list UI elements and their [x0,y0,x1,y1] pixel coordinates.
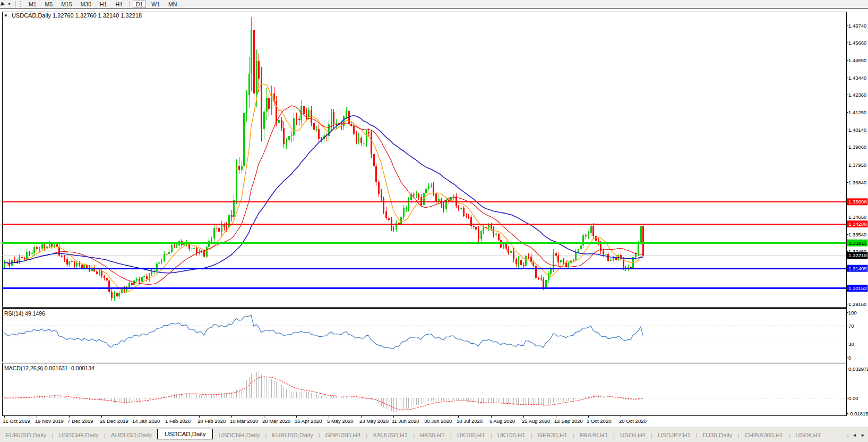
price-tick-label: 1.40140 [848,127,866,133]
date-label: 25 Aug 2020 [522,418,550,424]
macd-indicator-label: MACD(12,26,9) 0.001631 -0.000134 [4,365,94,371]
tab-usdcnh-daily[interactable]: USDCNH,Daily [213,432,265,438]
chart-title: ▼USDCAD,Daily 1.32760 1.32760 1.32140 1.… [4,12,142,19]
date-label: 6 Aug 2020 [489,418,515,424]
level-price-label-1.30152-text: 1.30152 [848,285,866,291]
date-label: 20 Oct 2020 [619,418,647,424]
price-tick-label: 1.44550 [848,57,866,63]
date-label: 7 Dec 2019 [67,418,93,424]
price-tick-label: 1.34650 [848,214,866,220]
date-label: 23 May 2020 [359,418,389,424]
tab-usdchf-daily[interactable]: USDCHF,Daily [53,432,104,438]
date-label: 1 Oct 2020 [587,418,611,424]
chart-title-text: USDCAD,Daily 1.32760 1.32760 1.32140 1.3… [12,12,142,19]
rsi-indicator-label: RSI(14) 49.1496 [4,310,45,317]
price-tick-label: 1.29160 [848,301,866,307]
rsi-tick-label: 100 [848,310,857,316]
date-label: 26 Dec 2019 [100,418,128,424]
price-tick-label: 1.36840 [848,180,866,185]
macd-tick-label: 0.032972 [848,366,868,372]
tab-uk100-h1[interactable]: UK100,H1 [452,432,491,438]
tab-dj30-daily[interactable]: DJ30,Daily [698,432,738,438]
main-pane-background[interactable] [2,12,846,307]
price-tick-label: 1.33540 [848,232,866,237]
price-tick-label: 1.46740 [848,23,866,29]
tab-fra40-h1[interactable]: FRA40,H1 [574,432,613,438]
chart-tab-bar: EURUSD,Daily|USDCHF,Daily|AUDUSD,DailyUS… [0,428,868,442]
date-label: 12 Sep 2020 [554,418,583,424]
tabs-scroll-left-button[interactable]: ◄ [852,432,857,438]
price-tick-label: 1.42360 [848,92,866,98]
price-tick-label: 1.45660 [848,40,866,46]
collapse-arrow-icon[interactable]: ▼ [4,13,8,18]
tab-hk50-h1[interactable]: HK50,H1 [415,432,450,438]
date-label: 19 Nov 2019 [35,418,64,424]
tab-separator: | [847,432,848,438]
date-label: 11 Jun 2020 [392,418,419,424]
rsi-tick-label: 30 [848,341,854,347]
level-price-label-1.34206-text: 1.34206 [848,221,866,227]
date-label: 31 Oct 2019 [3,418,30,424]
date-label: 18 Jul 2020 [457,418,483,424]
level-price-label-1.31405-text: 1.31405 [848,266,866,271]
date-label: 14 Jan 2020 [132,418,160,424]
price-tick-label: 1.39060 [848,144,866,150]
rsi-tick-label: 70 [848,323,854,329]
date-label: 10 Mar 2020 [230,418,258,424]
date-label: 5 May 2020 [327,418,354,424]
date-label: 30 Jun 2020 [424,418,452,424]
tab-xauusd-h1[interactable]: XAUUSD,H1 [367,432,413,438]
level-price-label-1.35606-text: 1.35606 [848,199,866,205]
tab-ger30-h1[interactable]: GER30,H1 [532,432,573,438]
date-label: 28 Mar 2020 [262,418,290,424]
date-label: 20 Feb 2020 [197,418,226,424]
tab-eurusd-daily[interactable]: EURUSD,Daily [267,432,318,438]
tab-usoil-h1[interactable]: USOil,H1 [790,432,826,438]
price-chart-canvas[interactable]: 1.467401.456601.445501.434401.423601.412… [0,0,868,430]
date-label: 16 Apr 2020 [295,418,322,424]
tab-china300-h1[interactable]: CHINA300,H1 [739,432,788,438]
tabs-scroll-right-button[interactable]: ► [861,432,865,438]
tab-usoil-h4[interactable]: USOil,H4 [615,432,651,438]
price-tick-label: 1.43440 [848,75,866,81]
tab-strip: EURUSD,Daily|USDCHF,Daily|AUDUSD,DailyUS… [0,431,826,439]
rsi-tick-label: 0 [848,355,851,361]
level-price-label-1.33011-text: 1.33011 [849,240,867,246]
macd-pane-background[interactable] [2,363,846,415]
date-label: 1 Feb 2020 [165,418,191,424]
tab-uk100-h1[interactable]: UK100,H1 [492,432,531,438]
tab-usdjpy-h1[interactable]: USDJPY,H1 [652,432,696,438]
tab-usdcad-daily-active[interactable]: USDCAD,Daily [157,429,213,439]
price-tick-label: 1.37950 [848,162,866,168]
macd-tick-label: -0.01815 [848,411,868,416]
current-price-label-text: 1.32218 [848,252,866,258]
tab-eurusd-daily[interactable]: EURUSD,Daily [0,432,51,438]
macd-tick-label: 0.00 [848,395,858,401]
price-tick-label: 1.41250 [848,109,866,115]
rsi-pane-background[interactable] [2,308,846,362]
tab-audusd-daily[interactable]: AUDUSD,Daily [106,432,157,438]
tab-gbpusd-h4[interactable]: GBPUSD,H4 [320,432,366,438]
tab-scroll-arrows: | ◄ ► [847,432,865,438]
